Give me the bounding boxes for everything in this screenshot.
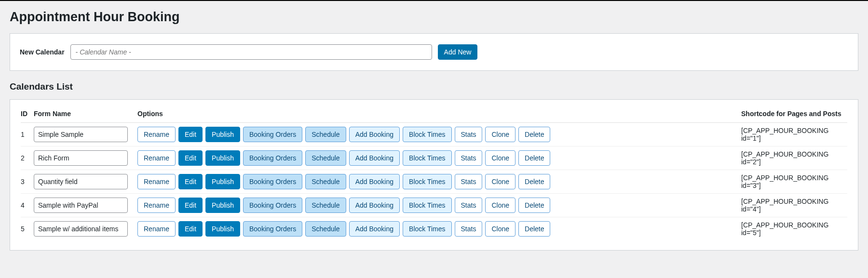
delete-button[interactable]: Delete (518, 198, 550, 213)
calendars-list-card: ID Form Name Options Shortcode for Pages… (10, 99, 858, 251)
table-row: 1RenameEditPublishBooking OrdersSchedule… (21, 123, 847, 146)
clone-button[interactable]: Clone (485, 127, 515, 142)
form-name-input[interactable] (34, 221, 128, 237)
th-options: Options (137, 110, 741, 118)
clone-button[interactable]: Clone (485, 198, 515, 213)
add-booking-button[interactable]: Add Booking (349, 174, 400, 189)
publish-button[interactable]: Publish (205, 198, 240, 213)
clone-button[interactable]: Clone (485, 150, 515, 166)
block-times-button[interactable]: Block Times (403, 174, 451, 189)
add-booking-button[interactable]: Add Booking (349, 221, 400, 237)
edit-button[interactable]: Edit (178, 127, 203, 142)
form-name-input[interactable] (34, 198, 128, 213)
row-id: 5 (21, 225, 34, 233)
stats-button[interactable]: Stats (455, 174, 483, 189)
row-shortcode: [CP_APP_HOUR_BOOKING id="3"] (741, 174, 847, 189)
table-row: 3RenameEditPublishBooking OrdersSchedule… (21, 170, 847, 194)
add-booking-button[interactable]: Add Booking (349, 127, 400, 142)
th-shortcode: Shortcode for Pages and Posts (741, 110, 847, 118)
block-times-button[interactable]: Block Times (403, 150, 451, 166)
edit-button[interactable]: Edit (178, 221, 203, 237)
th-id: ID (21, 110, 34, 118)
booking-orders-button[interactable]: Booking Orders (243, 150, 302, 166)
schedule-button[interactable]: Schedule (305, 127, 346, 142)
new-calendar-card: New Calendar Add New (10, 33, 858, 71)
form-name-input[interactable] (34, 150, 128, 166)
new-calendar-input[interactable] (70, 44, 432, 60)
page-title: Appointment Hour Booking (10, 10, 858, 25)
row-id: 4 (21, 201, 34, 209)
block-times-button[interactable]: Block Times (403, 127, 451, 142)
row-shortcode: [CP_APP_HOUR_BOOKING id="2"] (741, 150, 847, 166)
booking-orders-button[interactable]: Booking Orders (243, 221, 302, 237)
table-row: 2RenameEditPublishBooking OrdersSchedule… (21, 146, 847, 170)
row-shortcode: [CP_APP_HOUR_BOOKING id="4"] (741, 198, 847, 213)
form-name-input[interactable] (34, 174, 128, 189)
schedule-button[interactable]: Schedule (305, 221, 346, 237)
clone-button[interactable]: Clone (485, 174, 515, 189)
row-id: 3 (21, 178, 34, 185)
stats-button[interactable]: Stats (455, 221, 483, 237)
row-shortcode: [CP_APP_HOUR_BOOKING id="1"] (741, 127, 847, 142)
delete-button[interactable]: Delete (518, 174, 550, 189)
stats-button[interactable]: Stats (455, 127, 483, 142)
table-header: ID Form Name Options Shortcode for Pages… (21, 107, 847, 123)
edit-button[interactable]: Edit (178, 150, 203, 166)
booking-orders-button[interactable]: Booking Orders (243, 174, 302, 189)
stats-button[interactable]: Stats (455, 150, 483, 166)
booking-orders-button[interactable]: Booking Orders (243, 198, 302, 213)
rename-button[interactable]: Rename (137, 198, 176, 213)
edit-button[interactable]: Edit (178, 174, 203, 189)
stats-button[interactable]: Stats (455, 198, 483, 213)
schedule-button[interactable]: Schedule (305, 150, 346, 166)
schedule-button[interactable]: Schedule (305, 174, 346, 189)
add-new-button[interactable]: Add New (438, 44, 478, 60)
delete-button[interactable]: Delete (518, 127, 550, 142)
rename-button[interactable]: Rename (137, 150, 176, 166)
delete-button[interactable]: Delete (518, 221, 550, 237)
booking-orders-button[interactable]: Booking Orders (243, 127, 302, 142)
publish-button[interactable]: Publish (205, 127, 240, 142)
publish-button[interactable]: Publish (205, 221, 240, 237)
edit-button[interactable]: Edit (178, 198, 203, 213)
rename-button[interactable]: Rename (137, 127, 176, 142)
rename-button[interactable]: Rename (137, 221, 176, 237)
schedule-button[interactable]: Schedule (305, 198, 346, 213)
clone-button[interactable]: Clone (485, 221, 515, 237)
delete-button[interactable]: Delete (518, 150, 550, 166)
add-booking-button[interactable]: Add Booking (349, 198, 400, 213)
publish-button[interactable]: Publish (205, 150, 240, 166)
block-times-button[interactable]: Block Times (403, 221, 451, 237)
add-booking-button[interactable]: Add Booking (349, 150, 400, 166)
form-name-input[interactable] (34, 127, 128, 142)
publish-button[interactable]: Publish (205, 174, 240, 189)
table-row: 4RenameEditPublishBooking OrdersSchedule… (21, 194, 847, 217)
rename-button[interactable]: Rename (137, 174, 176, 189)
new-calendar-label: New Calendar (20, 48, 65, 56)
row-id: 1 (21, 131, 34, 138)
row-shortcode: [CP_APP_HOUR_BOOKING id="5"] (741, 221, 847, 237)
block-times-button[interactable]: Block Times (403, 198, 451, 213)
table-row: 5RenameEditPublishBooking OrdersSchedule… (21, 217, 847, 240)
row-id: 2 (21, 154, 34, 162)
th-name: Form Name (34, 110, 137, 118)
section-title: Calendars List (10, 81, 858, 92)
